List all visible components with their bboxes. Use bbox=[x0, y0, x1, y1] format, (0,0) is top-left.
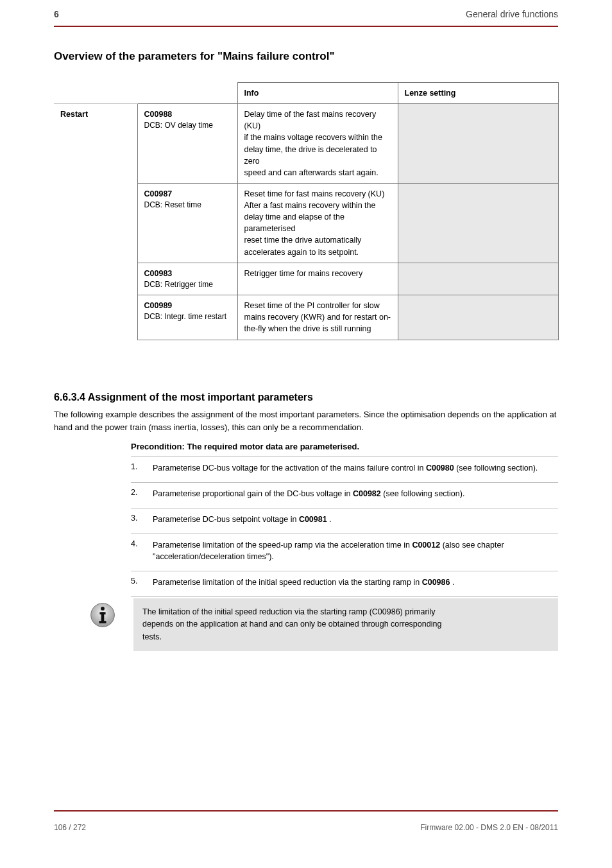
footer-rule bbox=[54, 810, 558, 812]
main-heading: Overview of the parameters for "Mains fa… bbox=[54, 50, 334, 63]
section-number: 6 bbox=[54, 9, 59, 19]
step-row: 4. Parameterise limitation of the speed-… bbox=[131, 534, 558, 571]
cell-desc: Reset time of the PI controller for slow… bbox=[237, 295, 398, 340]
cell-param: C00988 DCB: OV delay time bbox=[137, 104, 237, 184]
cell-input[interactable] bbox=[398, 263, 558, 295]
subsection-heading: 6.6.3.4 Assignment of the most important… bbox=[54, 392, 558, 403]
cell-group bbox=[54, 295, 137, 340]
step-text: Parameterise DC-bus voltage for the acti… bbox=[153, 462, 558, 474]
info-icon bbox=[89, 598, 124, 634]
step-text: Parameterise proportional gain of the DC… bbox=[153, 488, 558, 500]
cell-input[interactable] bbox=[398, 295, 558, 340]
page-root: 6 General drive functions Overview of th… bbox=[0, 0, 612, 868]
cell-param: C00983 DCB: Retrigger time bbox=[137, 263, 237, 295]
page-footer: 106 / 272 Firmware 02.00 - DMS 2.0 EN - … bbox=[54, 823, 558, 832]
assignment-block: 6.6.3.4 Assignment of the most important… bbox=[54, 392, 558, 651]
cell-input[interactable] bbox=[398, 104, 558, 184]
cell-group: Restart bbox=[54, 104, 137, 184]
step-row: 2. Parameterise proportional gain of the… bbox=[131, 482, 558, 508]
step-number: 5. bbox=[131, 577, 145, 589]
step-text: Parameterise DC-bus setpoint voltage in … bbox=[153, 514, 558, 526]
cell-param: C00987 DCB: Reset time bbox=[137, 183, 237, 263]
step-row: 3. Parameterise DC-bus setpoint voltage … bbox=[131, 508, 558, 534]
step-text: Parameterise limitation of the initial s… bbox=[153, 577, 558, 589]
header-col4: Lenze setting bbox=[398, 83, 558, 104]
cell-input[interactable] bbox=[398, 183, 558, 263]
step-row: 1. Parameterise DC-bus voltage for the a… bbox=[131, 456, 558, 482]
step-number: 2. bbox=[131, 488, 145, 500]
step-row: 5. Parameterise limitation of the initia… bbox=[131, 571, 558, 597]
footer-right: Firmware 02.00 - DMS 2.0 EN - 08/2011 bbox=[420, 823, 558, 832]
step-number: 1. bbox=[131, 462, 145, 474]
svg-point-1 bbox=[101, 607, 105, 611]
steps-block: Precondition: The required motor data ar… bbox=[131, 442, 558, 597]
svg-rect-4 bbox=[99, 621, 106, 623]
step-number: 4. bbox=[131, 539, 145, 564]
header-rule bbox=[54, 26, 558, 27]
cell-param: C00989 DCB: Integr. time restart bbox=[137, 295, 237, 340]
cell-desc: Reset time for fast mains recovery (KU) … bbox=[237, 183, 398, 263]
svg-rect-3 bbox=[101, 612, 105, 622]
header-col3: Info bbox=[237, 83, 398, 104]
cell-group bbox=[54, 183, 137, 263]
cell-group bbox=[54, 263, 137, 295]
cell-desc: Retrigger time for mains recovery bbox=[237, 263, 398, 295]
parameter-table: Info Lenze setting Restart C00988 DCB: O… bbox=[54, 82, 559, 340]
step-text: Parameterise limitation of the speed-up … bbox=[153, 539, 558, 564]
precondition: Precondition: The required motor data ar… bbox=[131, 442, 558, 451]
cell-desc: Delay time of the fast mains recovery (K… bbox=[237, 104, 398, 184]
step-number: 3. bbox=[131, 514, 145, 526]
info-callout: The limitation of the initial speed redu… bbox=[89, 598, 558, 651]
footer-left: 106 / 272 bbox=[54, 823, 86, 832]
info-text: The limitation of the initial speed redu… bbox=[133, 598, 558, 651]
running-title: General drive functions bbox=[466, 9, 558, 19]
intro-paragraph: The following example describes the assi… bbox=[54, 408, 558, 434]
header-blank bbox=[54, 83, 237, 104]
